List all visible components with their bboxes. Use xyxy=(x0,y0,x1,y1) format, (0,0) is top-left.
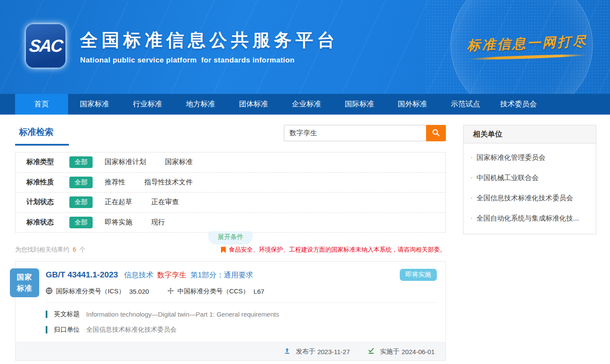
card-footer: 发布于 2023-11-27 实施于 2024-06-01 xyxy=(16,342,445,361)
related-unit-label: 全国自动化系统与集成标准化技... xyxy=(476,215,579,222)
bookmark-icon xyxy=(221,247,226,253)
filter-option[interactable]: 指导性技术文件 xyxy=(144,178,193,187)
slogan: 标准信息一网打尽 xyxy=(467,32,588,61)
filter-label: 标准状态 xyxy=(26,218,69,227)
result-count-suffix: 个 xyxy=(80,246,86,253)
bullet: · xyxy=(470,194,473,202)
upload-icon xyxy=(283,347,294,356)
result-count: 为您找到相关结果约 6 个 xyxy=(15,246,86,254)
result-card: 国家 标准 GB/T 43441.1-2023 信息技术 数字孪生 第1部分：通… xyxy=(15,261,446,361)
filter-label: 标准性质 xyxy=(26,178,69,187)
committee-row: 归口单位 全国信息技术标准化技术委员会 xyxy=(46,326,437,334)
filter-all-button[interactable]: 全部 xyxy=(69,156,93,168)
implement-label: 实施于 xyxy=(380,348,399,356)
slogan-text: 标准信息一网打尽 xyxy=(467,32,588,55)
filter-all-button[interactable]: 全部 xyxy=(69,217,93,228)
teal-bar-icon xyxy=(46,326,47,333)
right-column: 相关单位 ·国家标准化管理委员会 ·中国机械工业联合会 ·全国信息技术标准化技术… xyxy=(463,125,596,361)
related-units-list: ·国家标准化管理委员会 ·中国机械工业联合会 ·全国信息技术标准化技术委员会 ·… xyxy=(464,143,596,234)
filter-option[interactable]: 正在起草 xyxy=(105,198,132,207)
search-group xyxy=(284,125,446,141)
teal-bar-icon xyxy=(46,311,47,318)
publish-label: 发布于 xyxy=(296,348,315,356)
related-units-title: 相关单位 xyxy=(464,125,596,143)
nav-item-technical-committee[interactable]: 技术委员会 xyxy=(492,94,545,115)
search-input[interactable] xyxy=(284,125,426,141)
ccs-label: 中国标准分类号（CCS） xyxy=(177,287,249,296)
nav-item-local-standards[interactable]: 地方标准 xyxy=(174,94,227,115)
notice-text: 食品安全、环境保护、工程建设方面的国家标准未纳入本系统，请咨询相关部委。 xyxy=(229,246,446,254)
bullet: · xyxy=(470,174,473,181)
filter-option[interactable]: 国家标准计划 xyxy=(105,158,146,167)
standard-code-link[interactable]: GB/T 43441.1-2023 xyxy=(46,270,118,280)
ccs-classification: 中国标准分类号（CCS） L67 xyxy=(167,287,265,296)
nav-item-home[interactable]: 首页 xyxy=(15,94,68,115)
main-nav: 首页 国家标准 行业标准 地方标准 团体标准 企业标准 国际标准 国外标准 示范… xyxy=(0,94,610,115)
ics-label: 国际标准分类号（ICS） xyxy=(56,287,125,296)
filter-row-standard-status: 标准状态 全部 即将实施 现行 xyxy=(16,213,445,233)
related-unit-link[interactable]: ·全国信息技术标准化技术委员会 xyxy=(464,188,596,208)
filter-all-button[interactable]: 全部 xyxy=(69,177,93,188)
filter-row-standard-type: 标准类型 全部 国家标准计划 国家标准 xyxy=(16,152,445,173)
classification-row: 国际标准分类号（ICS） 35.020 中国标准分类号（CCS） L67 xyxy=(46,287,437,303)
sac-logo[interactable]: SAC xyxy=(26,24,65,68)
search-icon xyxy=(432,128,440,138)
publish-date: 2023-11-27 xyxy=(317,348,350,355)
committee-label: 归口单位 xyxy=(54,326,80,334)
nav-item-foreign-standards[interactable]: 国外标准 xyxy=(386,94,439,115)
related-unit-link[interactable]: ·全国自动化系统与集成标准化技... xyxy=(464,208,596,229)
english-title-value: Information technology—Digital twin—Part… xyxy=(86,311,279,318)
nav-item-pilot[interactable]: 示范试点 xyxy=(439,94,492,115)
standard-type-badge[interactable]: 国家 标准 xyxy=(10,268,39,297)
filter-panel: 标准类型 全部 国家标准计划 国家标准 标准性质 全部 推荐性 指导性技术文件 … xyxy=(15,152,446,233)
site-title-en: National public service platform for sta… xyxy=(80,56,339,65)
card-title-row: GB/T 43441.1-2023 信息技术 数字孪生 第1部分：通用要求 即将… xyxy=(46,269,437,281)
ics-classification: 国际标准分类号（ICS） 35.020 xyxy=(46,287,149,296)
filter-option[interactable]: 国家标准 xyxy=(165,158,193,167)
related-unit-link[interactable]: ·中国机械工业联合会 xyxy=(464,168,596,188)
filter-option[interactable]: 即将实施 xyxy=(105,218,132,227)
related-unit-label: 国家标准化管理委员会 xyxy=(476,154,545,161)
result-count-prefix: 为您找到相关结果约 xyxy=(15,246,69,253)
status-badge: 即将实施 xyxy=(400,269,437,281)
search-button[interactable] xyxy=(426,125,446,141)
filter-option[interactable]: 现行 xyxy=(151,218,165,227)
implement-date: 2024-06-01 xyxy=(401,348,435,355)
committee-value: 全国信息技术标准化技术委员会 xyxy=(86,326,177,334)
filter-row-plan-status: 计划状态 全部 正在起草 正在审查 xyxy=(16,193,445,213)
publish-date-item: 发布于 2023-11-27 xyxy=(283,347,352,356)
related-units-panel: 相关单位 ·国家标准化管理委员会 ·中国机械工业联合会 ·全国信息技术标准化技术… xyxy=(463,125,596,234)
type-badge-line1: 国家 xyxy=(17,272,32,283)
card-body: GB/T 43441.1-2023 信息技术 数字孪生 第1部分：通用要求 即将… xyxy=(16,261,445,334)
expand-conditions-button[interactable]: 展开条件 xyxy=(209,231,252,244)
left-column: 标准检索 标准类型 全部 国家标准计划 国家标准 xyxy=(15,125,446,361)
bullet: · xyxy=(470,215,473,222)
main-content: 标准检索 标准类型 全部 国家标准计划 国家标准 xyxy=(0,115,610,361)
nav-item-group-standards[interactable]: 团体标准 xyxy=(227,94,280,115)
filter-option[interactable]: 推荐性 xyxy=(105,178,125,187)
site-header: SAC 全国标准信息公共服务平台 National public service… xyxy=(0,0,610,94)
filter-all-button[interactable]: 全部 xyxy=(69,196,93,208)
english-title-label: 英文标题 xyxy=(54,310,80,318)
nav-item-enterprise-standards[interactable]: 企业标准 xyxy=(280,94,333,115)
filter-row-standard-nature: 标准性质 全部 推荐性 指导性技术文件 xyxy=(16,173,445,193)
related-unit-label: 全国信息技术标准化技术委员会 xyxy=(476,194,573,202)
nav-item-international-standards[interactable]: 国际标准 xyxy=(333,94,386,115)
check-icon xyxy=(367,347,378,356)
notice: 食品安全、环境保护、工程建设方面的国家标准未纳入本系统，请咨询相关部委。 xyxy=(221,246,446,254)
compass-arrows-icon xyxy=(167,287,177,296)
ccs-value: L67 xyxy=(254,288,265,295)
standard-title-part1[interactable]: 信息技术 xyxy=(124,270,153,280)
ics-value: 35.020 xyxy=(129,288,149,295)
related-unit-label: 中国机械工业联合会 xyxy=(476,174,538,181)
site-titles: 全国标准信息公共服务平台 National public service pla… xyxy=(80,28,339,65)
filter-label: 计划状态 xyxy=(26,198,69,207)
related-unit-link[interactable]: ·国家标准化管理委员会 xyxy=(464,148,596,168)
standard-title-highlight[interactable]: 数字孪生 xyxy=(157,270,187,280)
nav-item-industry-standards[interactable]: 行业标准 xyxy=(121,94,174,115)
result-count-number: 6 xyxy=(73,246,76,253)
filter-option[interactable]: 正在审查 xyxy=(151,198,179,207)
standard-title-part2[interactable]: 第1部分：通用要求 xyxy=(190,270,253,280)
nav-item-national-standards[interactable]: 国家标准 xyxy=(68,94,121,115)
results-meta: 为您找到相关结果约 6 个 食品安全、环境保护、工程建设方面的国家标准未纳入本系… xyxy=(15,246,446,254)
